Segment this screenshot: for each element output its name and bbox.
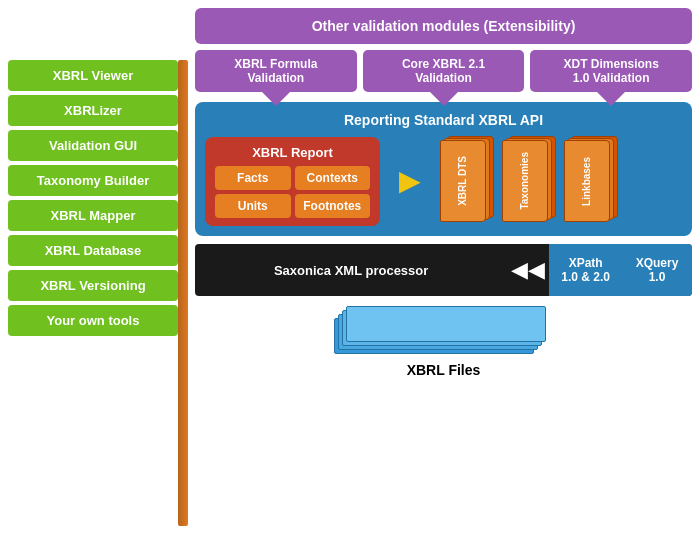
api-inner: XBRL Report Facts Contexts Units Footnot…: [205, 136, 682, 226]
xquery-box: XQuery1.0: [622, 244, 692, 296]
files-section: XBRL Files: [195, 306, 692, 378]
facts-cell: Facts: [215, 166, 291, 190]
taxonomies-label: Taxonomies: [519, 152, 530, 210]
sidebar-item-validation-gui[interactable]: Validation GUI: [8, 130, 178, 161]
report-box: XBRL Report Facts Contexts Units Footnot…: [205, 137, 380, 226]
taxonomies-stack: Taxonomies: [502, 136, 560, 226]
linkbases-stack: Linkbases: [564, 136, 622, 226]
report-title: XBRL Report: [215, 145, 370, 160]
sidebar-item-xbrl-viewer[interactable]: XBRL Viewer: [8, 60, 178, 91]
units-cell: Units: [215, 194, 291, 218]
linkbases-label: Linkbases: [581, 157, 592, 206]
sidebar-item-xbrl-database[interactable]: XBRL Database: [8, 235, 178, 266]
arrow-left-icon: ◀◀: [507, 257, 549, 283]
api-box: Reporting Standard XBRL API XBRL Report …: [195, 102, 692, 236]
files-label: XBRL Files: [407, 362, 481, 378]
report-grid: Facts Contexts Units Footnotes: [215, 166, 370, 218]
sidebar-item-xbrlizer[interactable]: XBRLizer: [8, 95, 178, 126]
sidebar-item-taxonomy-builder[interactable]: Taxonomy Builder: [8, 165, 178, 196]
xbrl-dts-stack: XBRL DTS: [440, 136, 498, 226]
dts-label: XBRL DTS: [457, 156, 468, 206]
main-area: Other validation modules (Extensibility)…: [195, 8, 692, 550]
validation-arrow-row: XBRL FormulaValidation Core XBRL 2.1Vali…: [195, 50, 692, 92]
sidebar-item-your-own-tools[interactable]: Your own tools: [8, 305, 178, 336]
sidebar-divider: [178, 60, 188, 526]
bottom-bar: Saxonica XML processor ◀◀ XPath1.0 & 2.0…: [195, 244, 692, 296]
xpath-box: XPath1.0 & 2.0: [549, 244, 622, 296]
books-area: XBRL DTS Taxonomies Linkbases: [440, 136, 682, 226]
xdt-validation-box: XDT Dimensions1.0 Validation: [530, 50, 692, 92]
yellow-arrow-icon: ►: [392, 160, 428, 202]
sidebar: XBRL Viewer XBRLizer Validation GUI Taxo…: [8, 60, 178, 336]
saxonica-label: Saxonica XML processor: [195, 263, 507, 278]
sidebar-item-xbrl-mapper[interactable]: XBRL Mapper: [8, 200, 178, 231]
api-title: Reporting Standard XBRL API: [205, 112, 682, 128]
contexts-cell: Contexts: [295, 166, 371, 190]
sidebar-item-xbrl-versioning[interactable]: XBRL Versioning: [8, 270, 178, 301]
formula-validation-box: XBRL FormulaValidation: [195, 50, 357, 92]
files-stacks: [334, 306, 554, 358]
core-validation-box: Core XBRL 2.1Validation: [363, 50, 525, 92]
extensibility-box: Other validation modules (Extensibility): [195, 8, 692, 44]
footnotes-cell: Footnotes: [295, 194, 371, 218]
